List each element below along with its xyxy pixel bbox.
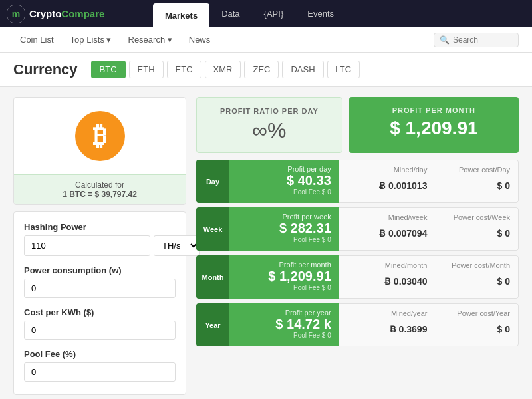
row-label-month: Month [196, 255, 229, 299]
row-mined-month: Mined/month Ƀ 0.03040 [339, 255, 436, 299]
profit-per-month-value: $ 1,209.91 [359, 118, 509, 139]
coin-icon: ₿ [75, 111, 125, 161]
tab-etc[interactable]: ETC [167, 61, 201, 78]
row-pool-fee-week: Pool Fee $ 0 [237, 236, 331, 243]
form-group-cost: Cost per KWh ($) [24, 307, 176, 340]
row-mined-week: Mined/week Ƀ 0.007094 [339, 207, 436, 251]
row-mined-day: Mined/day Ƀ 0.001013 [339, 160, 436, 203]
row-mined-label-week: Mined/week [347, 213, 428, 221]
row-label-day: Day [196, 160, 229, 203]
form-group-hashing: Hashing Power TH/s GH/s MH/s [24, 222, 176, 256]
row-label-week: Week [196, 207, 229, 251]
cost-per-kwh-input[interactable] [24, 321, 176, 340]
row-power-label-year: Power cost/Year [443, 309, 510, 317]
tab-eth[interactable]: ETH [129, 61, 164, 78]
data-rows: Day Profit per day $ 40.33 Pool Fee $ 0 … [196, 160, 519, 346]
svg-text:m: m [12, 9, 20, 19]
profit-per-month-card: PROFIT PER MONTH $ 1,209.91 [349, 97, 519, 153]
row-power-day: Power cost/Day $ 0 [435, 160, 519, 203]
page-title: Currency [13, 61, 78, 78]
row-power-year: Power cost/Year $ 0 [435, 303, 519, 346]
table-row: Week Profit per week $ 282.31 Pool Fee $… [196, 207, 519, 251]
search-icon: 🔍 [440, 35, 450, 45]
second-nav-news[interactable]: News [182, 35, 217, 45]
row-profit-value-week: $ 282.31 [237, 221, 331, 236]
second-nav: Coin List Top Lists ▾ Research ▾ News 🔍 [0, 27, 532, 53]
row-power-month: Power cost/Month $ 0 [435, 255, 519, 299]
top-nav: m CryptoCompare Markets Data {API} Event… [0, 0, 532, 27]
pool-fee-input[interactable] [24, 362, 176, 382]
hashing-power-label: Hashing Power [24, 222, 176, 232]
power-consumption-input[interactable] [24, 279, 176, 298]
row-mined-label-year: Mined/year [347, 309, 428, 317]
nav-item-markets[interactable]: Markets [153, 3, 209, 27]
profit-ratio-card: PROFIT RATIO PER DAY ∞% [196, 97, 342, 153]
row-power-value-year: $ 0 [443, 324, 510, 334]
logo-crypto: Crypto [29, 8, 61, 19]
tab-xmr[interactable]: XMR [205, 61, 241, 78]
nav-item-api[interactable]: {API} [252, 0, 296, 27]
tab-zec[interactable]: ZEC [244, 61, 279, 78]
pool-fee-label: Pool Fee (%) [24, 349, 176, 359]
logo-icon: m [7, 5, 25, 23]
power-consumption-label: Power consumption (w) [24, 265, 176, 275]
row-main-day: Profit per day $ 40.33 Pool Fee $ 0 [229, 160, 339, 203]
row-main-week: Profit per week $ 282.31 Pool Fee $ 0 [229, 207, 339, 251]
row-profit-title-week: Profit per week [237, 213, 331, 221]
row-profit-value-day: $ 40.33 [237, 173, 331, 188]
coin-card: ₿ Calculated for 1 BTC = $ 39,797.42 [13, 97, 186, 205]
logo[interactable]: m CryptoCompare [7, 5, 153, 23]
form-panel: Hashing Power TH/s GH/s MH/s Power consu… [13, 211, 186, 395]
row-pool-fee-year: Pool Fee $ 0 [237, 332, 331, 339]
main-content: ₿ Calculated for 1 BTC = $ 39,797.42 Has… [0, 87, 532, 399]
profit-ratio-value: ∞% [207, 118, 332, 143]
logo-text: CryptoCompare [29, 8, 104, 19]
row-mined-value-day: Ƀ 0.001013 [347, 180, 428, 191]
hashing-power-input[interactable] [24, 235, 150, 256]
calc-label: Calculated for [21, 180, 179, 190]
row-power-value-week: $ 0 [443, 228, 510, 239]
row-mined-label-day: Mined/day [347, 166, 428, 174]
row-pool-fee-month: Pool Fee $ 0 [237, 284, 331, 291]
row-mined-label-month: Mined/month [347, 261, 428, 269]
row-profit-value-month: $ 1,209.91 [237, 269, 331, 284]
row-profit-title-day: Profit per day [237, 165, 331, 173]
row-mined-value-year: Ƀ 0.3699 [347, 324, 428, 334]
row-mined-value-week: Ƀ 0.007094 [347, 228, 428, 239]
profit-ratio-label: PROFIT RATIO PER DAY [207, 107, 332, 115]
form-group-power: Power consumption (w) [24, 265, 176, 298]
hashing-power-unit-select[interactable]: TH/s GH/s MH/s [154, 235, 200, 256]
row-power-value-day: $ 0 [443, 180, 510, 191]
tab-ltc[interactable]: LTC [327, 61, 360, 78]
table-row: Month Profit per month $ 1,209.91 Pool F… [196, 255, 519, 299]
nav-item-events[interactable]: Events [295, 0, 346, 27]
profit-per-month-label: PROFIT PER MONTH [359, 106, 509, 114]
row-pool-fee-day: Pool Fee $ 0 [237, 188, 331, 196]
row-label-year: Year [196, 303, 229, 346]
row-power-label-day: Power cost/Day [443, 166, 510, 174]
tab-dash[interactable]: DASH [282, 61, 323, 78]
row-power-label-week: Power cost/Week [443, 213, 510, 221]
search-input[interactable] [453, 35, 513, 45]
row-power-label-month: Power cost/Month [443, 261, 510, 269]
coin-calc-info: Calculated for 1 BTC = $ 39,797.42 [14, 174, 186, 204]
tab-btc[interactable]: BTC [91, 61, 126, 78]
row-power-value-month: $ 0 [443, 276, 510, 287]
right-panel: PROFIT RATIO PER DAY ∞% PROFIT PER MONTH… [196, 97, 519, 395]
currency-tabs: Currency BTC ETH ETC XMR ZEC DASH LTC [13, 61, 519, 78]
table-row: Year Profit per year $ 14.72 k Pool Fee … [196, 303, 519, 346]
table-row: Day Profit per day $ 40.33 Pool Fee $ 0 … [196, 160, 519, 203]
logo-compare: Compare [61, 8, 104, 19]
form-group-pool-fee: Pool Fee (%) [24, 349, 176, 382]
row-main-year: Profit per year $ 14.72 k Pool Fee $ 0 [229, 303, 339, 346]
row-profit-title-year: Profit per year [237, 309, 331, 317]
second-nav-top-lists[interactable]: Top Lists ▾ [64, 35, 118, 45]
row-profit-value-year: $ 14.72 k [237, 317, 331, 332]
nav-item-data[interactable]: Data [209, 0, 251, 27]
cost-per-kwh-label: Cost per KWh ($) [24, 307, 176, 317]
second-nav-research[interactable]: Research ▾ [122, 35, 179, 45]
search-box: 🔍 [434, 33, 519, 47]
page-header: Currency BTC ETH ETC XMR ZEC DASH LTC [0, 53, 532, 87]
row-main-month: Profit per month $ 1,209.91 Pool Fee $ 0 [229, 255, 339, 299]
second-nav-coin-list[interactable]: Coin List [13, 35, 61, 45]
